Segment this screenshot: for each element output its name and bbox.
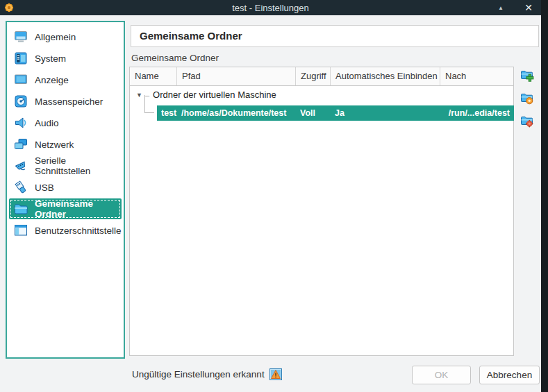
column-header-nach[interactable]: Nach [440, 67, 513, 85]
sidebar-item-label: System [35, 53, 66, 64]
shared-folder-row-selected[interactable]: test /home/as/Dokumente/test Voll Ja /ru… [157, 105, 514, 121]
group-box-label: Gemeinsame Ordner [131, 53, 219, 63]
serial-port-icon [13, 158, 28, 173]
sidebar-item-usb[interactable]: USB [9, 177, 122, 198]
validation-status-text: Ungültige Einstellungen erkannt [132, 369, 265, 380]
close-button[interactable]: ✕ [520, 0, 537, 15]
user-interface-icon [13, 223, 28, 238]
chip-icon [13, 51, 28, 66]
cell-name: test [161, 105, 176, 121]
sidebar-item-serielle-schnittstellen[interactable]: Serielle Schnittstellen [9, 155, 122, 176]
settings-window: test - Einstellungen ▲ ✕ Allgemein Syste… [0, 0, 548, 392]
sidebar-item-gemeinsame-ordner[interactable]: Gemeinsame Ordner [9, 198, 122, 219]
sidebar-item-label: USB [35, 182, 54, 193]
screen-icon [13, 72, 28, 87]
cell-auto-mount: Ja [335, 105, 344, 121]
titlebar: test - Einstellungen ▲ ✕ [0, 0, 541, 15]
sidebar-item-label: Allgemein [35, 32, 76, 42]
sidebar-item-label: Audio [35, 118, 59, 128]
speaker-icon [13, 115, 28, 130]
sidebar-item-massenspeicher[interactable]: Massenspeicher [9, 91, 122, 112]
window-title: test - Einstellungen [0, 3, 541, 13]
add-shared-folder-button[interactable] [520, 69, 534, 83]
add-folder-icon [520, 69, 534, 83]
edit-folder-icon [520, 92, 534, 105]
remove-shared-folder-button[interactable] [520, 114, 534, 128]
column-header-name[interactable]: Name [130, 67, 177, 85]
group-row-label: Ordner der virtuellen Maschine [153, 90, 276, 100]
cell-nach: /run/...edia/test [449, 105, 510, 121]
shade-button[interactable]: ▲ [492, 0, 509, 15]
harddisk-icon [13, 94, 28, 109]
network-icon [13, 137, 28, 152]
remove-folder-icon [520, 114, 534, 128]
display-icon [13, 29, 28, 44]
column-header-auto-mount[interactable]: Automatisches Einbinden [331, 67, 440, 85]
tree-connector-line [144, 95, 154, 113]
close-icon: ✕ [524, 2, 533, 13]
edit-shared-folder-button[interactable] [520, 92, 534, 105]
cell-zugriff: Voll [300, 105, 315, 121]
sidebar-item-anzeige[interactable]: Anzeige [9, 69, 122, 90]
shared-folders-table: Name Pfad Zugriff Automatisches Einbinde… [129, 67, 514, 356]
desktop-background-strip [541, 0, 548, 392]
table-header-row: Name Pfad Zugriff Automatisches Einbinde… [130, 67, 513, 86]
shade-icon: ▲ [498, 5, 504, 11]
sidebar-item-label: Netzwerk [35, 139, 74, 150]
sidebar-item-label: Massenspeicher [35, 96, 103, 107]
cancel-button[interactable]: Abbrechen [479, 366, 540, 384]
sidebar-item-benutzerschnittstelle[interactable]: Benutzerschnittstelle [9, 220, 122, 241]
cell-pfad: /home/as/Dokumente/test [181, 105, 286, 121]
sidebar-item-label: Benutzerschnittstelle [35, 225, 122, 236]
warning-icon [269, 368, 282, 380]
page-title: Gemeinsame Ordner [131, 25, 539, 47]
settings-category-list: Allgemein System Anzeige [6, 21, 125, 359]
shared-folder-icon [13, 201, 28, 216]
machine-folders-group-row[interactable]: ▼ – Ordner der virtuellen Maschine [130, 86, 513, 103]
usb-icon [13, 180, 28, 195]
tree-expand-icon[interactable]: ▼ [136, 92, 142, 99]
sidebar-item-system[interactable]: System [9, 48, 122, 69]
column-header-zugriff[interactable]: Zugriff [296, 67, 331, 85]
sidebar-item-allgemein[interactable]: Allgemein [9, 26, 122, 47]
validation-status: Ungültige Einstellungen erkannt [132, 368, 282, 380]
sidebar-item-audio[interactable]: Audio [9, 112, 122, 133]
sidebar-item-label: Gemeinsame Ordner [35, 198, 122, 219]
column-header-pfad[interactable]: Pfad [177, 67, 296, 85]
sidebar-item-label: Serielle Schnittstellen [35, 155, 122, 176]
sidebar-item-netzwerk[interactable]: Netzwerk [9, 134, 122, 155]
sidebar-item-label: Anzeige [35, 75, 69, 85]
ok-button[interactable]: OK [412, 366, 471, 384]
